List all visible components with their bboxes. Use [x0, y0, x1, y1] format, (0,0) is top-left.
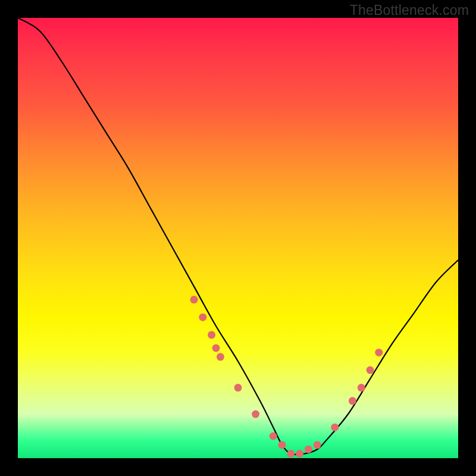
data-point — [252, 411, 259, 418]
data-point — [270, 433, 277, 440]
data-point — [296, 450, 303, 458]
data-point — [217, 353, 224, 361]
data-point — [358, 384, 365, 392]
data-point — [190, 296, 198, 303]
data-point — [208, 331, 215, 339]
data-point — [349, 397, 356, 405]
data-point — [287, 450, 295, 458]
plot-area — [18, 18, 458, 458]
curve-dots — [190, 296, 383, 458]
data-point — [367, 367, 374, 374]
data-point — [331, 424, 339, 431]
chart-container: TheBottleneck.com — [0, 0, 476, 476]
data-point — [199, 314, 206, 321]
data-point — [212, 345, 220, 352]
data-point — [314, 441, 321, 449]
data-point — [278, 441, 286, 449]
data-point — [375, 349, 383, 356]
data-point — [234, 384, 242, 392]
bottleneck-curve — [18, 18, 458, 458]
watermark-text: TheBottleneck.com — [350, 2, 469, 18]
data-point — [305, 446, 312, 453]
